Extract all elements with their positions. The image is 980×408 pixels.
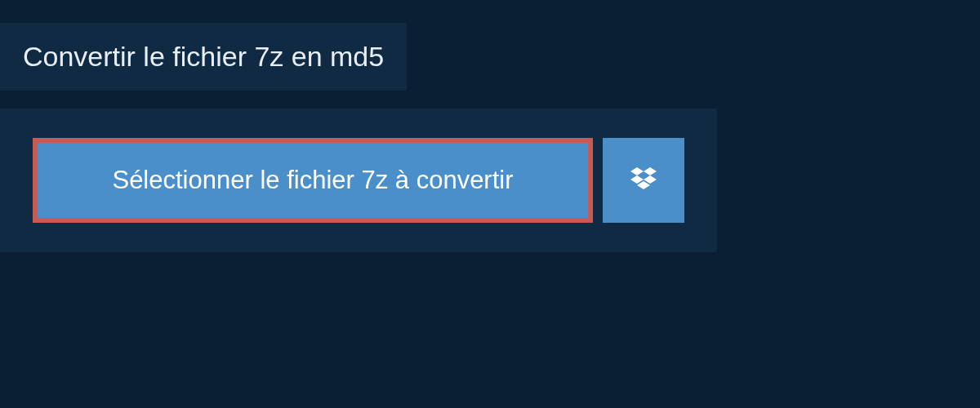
select-file-button-label: Sélectionner le fichier 7z à convertir [112, 166, 513, 195]
select-file-button[interactable]: Sélectionner le fichier 7z à convertir [33, 138, 593, 223]
upload-panel: Sélectionner le fichier 7z à convertir [0, 109, 717, 252]
header-bar: Convertir le fichier 7z en md5 [0, 23, 407, 91]
dropbox-button[interactable] [603, 138, 684, 223]
dropbox-icon [627, 164, 660, 197]
page-title: Convertir le fichier 7z en md5 [23, 41, 384, 73]
